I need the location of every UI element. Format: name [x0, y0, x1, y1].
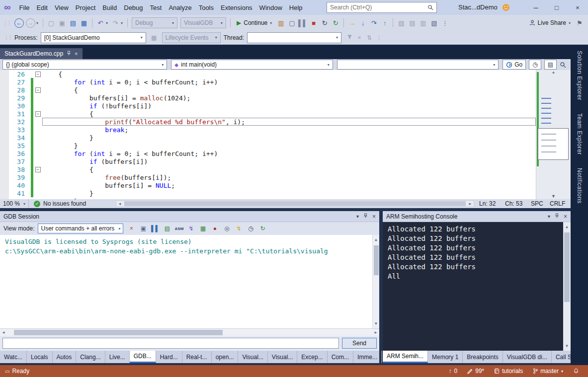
search-icon[interactable] [560, 62, 566, 68]
code-line[interactable]: 36 for (int i = 0; i < bufferCount; i++) [0, 150, 536, 157]
hot-reload-button[interactable]: ↻ [330, 18, 341, 28]
code-line[interactable]: 34 } [0, 134, 536, 142]
chip-icon[interactable]: ▦ [198, 224, 207, 233]
fold-margin[interactable] [33, 102, 42, 110]
go-button[interactable]: Go [503, 60, 526, 70]
pause-output-icon[interactable]: ▌▌ [151, 224, 160, 233]
vertical-scroll-thumb[interactable] [374, 245, 379, 275]
toolbar-overflow-icon[interactable]: ⋮ [374, 34, 384, 41]
scroll-down-icon[interactable]: ▼ [536, 194, 571, 199]
undo-button-caret[interactable]: ▾ [106, 21, 110, 25]
fold-margin[interactable] [33, 181, 42, 189]
editor-horizontal-scrollbar[interactable]: ◄ ► [116, 200, 474, 207]
fold-toggle-icon[interactable]: − [35, 167, 41, 172]
forward-button[interactable]: → [26, 18, 35, 28]
code-line[interactable]: 39 free(buffers[i]); [0, 173, 536, 181]
bottom-tab-2[interactable]: Locals [27, 351, 53, 363]
member-dropdown[interactable]: ▾ [337, 60, 499, 70]
copy-output-icon[interactable]: ▣ [139, 224, 148, 233]
gdb-horizontal-scrollbar[interactable]: ◄ ► [0, 328, 379, 336]
menu-item-build[interactable]: Build [99, 2, 120, 13]
window-position-icon[interactable]: ▾ [548, 214, 550, 219]
bottom-tab-10[interactable]: Visual... [238, 351, 267, 363]
code-line[interactable]: 26− { [0, 70, 536, 78]
code-editor[interactable]: 26− {27 for (int i = 0; i < bufferCount;… [0, 70, 536, 199]
menu-item-test[interactable]: Test [147, 2, 166, 13]
run-lightning-icon[interactable]: ↯ [186, 224, 195, 233]
fold-margin[interactable] [33, 78, 42, 86]
panel-tab-1[interactable]: ARM Semih... [383, 351, 428, 363]
search-input[interactable] [330, 4, 427, 11]
fold-margin[interactable]: − [33, 110, 42, 118]
console-vertical-scrollbar[interactable]: ▲ ▼ [563, 222, 571, 351]
background-tasks-icon[interactable]: ▭ [5, 369, 9, 374]
code-line[interactable]: 35 } [0, 142, 536, 150]
gdb-vertical-scrollbar[interactable]: ▲ ▼ [372, 235, 379, 328]
diagnostics-icon[interactable]: ▥ [275, 18, 286, 28]
breakpoints-window-icon[interactable]: ▨ [396, 18, 407, 28]
code-line[interactable]: 33 break; [0, 126, 536, 134]
new-file-button[interactable]: ▢ [46, 18, 57, 28]
solution-configurations-combo[interactable]: Debug▾ [132, 17, 177, 28]
breakpoint-margin[interactable] [0, 157, 9, 165]
pending-edits-indicator[interactable]: 99* [467, 368, 484, 375]
breakpoint-margin[interactable] [0, 173, 9, 181]
solution-platforms-combo[interactable]: VisualGDB▾ [180, 17, 226, 28]
stack-frame-nav-icon[interactable]: ⇅ [364, 34, 374, 41]
history-button[interactable]: ◷ [529, 60, 541, 70]
feedback-flag-icon[interactable]: ⚑ [574, 18, 585, 28]
redo-button[interactable]: ↷ [110, 18, 121, 28]
close-panel-icon[interactable]: × [564, 213, 567, 220]
restart-button[interactable]: ↻ [319, 18, 330, 28]
code-line[interactable]: 29 buffers[i] = malloc(1024); [0, 94, 536, 102]
quick-command-icon[interactable]: ↯ [234, 224, 243, 233]
repo-indicator[interactable]: tutorials [494, 368, 523, 375]
fold-toggle-icon[interactable]: − [35, 111, 41, 117]
bottom-tab-4[interactable]: Clang... [76, 351, 105, 363]
toolbar-overflow-icon[interactable]: ⋮ [439, 18, 450, 28]
breakpoint-margin[interactable] [0, 102, 9, 110]
scroll-up-icon[interactable]: ▲ [375, 235, 377, 244]
window-position-icon[interactable]: ▾ [356, 214, 359, 219]
vertical-scroll-thumb[interactable] [564, 232, 570, 302]
bottom-tab-12[interactable]: Excep... [297, 351, 327, 363]
breakpoint-margin[interactable] [0, 142, 9, 150]
scroll-right-icon[interactable]: ► [372, 330, 379, 335]
bottom-tab-8[interactable]: Real-t... [182, 351, 212, 363]
menu-item-extensions[interactable]: Extensions [217, 2, 256, 13]
bottom-tab-11[interactable]: Visual... [268, 351, 297, 363]
close-panel-icon[interactable]: × [372, 213, 376, 220]
menu-item-project[interactable]: Project [72, 2, 99, 13]
pin-icon[interactable] [67, 51, 71, 57]
step-out-button[interactable]: ↑ [379, 18, 390, 28]
horizontal-scroll-thumb[interactable] [14, 330, 223, 335]
code-line[interactable]: 37 if (buffers[i]) [0, 157, 536, 165]
document-tab[interactable]: StackGuardDemo.cpp × [0, 48, 83, 59]
fold-margin[interactable]: − [33, 70, 42, 78]
bottom-tab-6[interactable]: GDB... [130, 351, 156, 363]
process-combo[interactable]: [0] StackGuardDemo ▾ [41, 32, 146, 43]
branch-indicator[interactable]: master ▾ [533, 368, 563, 375]
menu-item-file[interactable]: File [16, 2, 33, 13]
code-line[interactable]: 28− { [0, 86, 536, 94]
breakpoint-margin[interactable] [0, 126, 9, 134]
code-line[interactable]: 41 } [0, 189, 536, 197]
live-share-button[interactable]: Live Share▾ [526, 17, 574, 28]
send-button[interactable]: Send [342, 338, 377, 349]
scroll-left-icon[interactable]: ◄ [0, 330, 7, 335]
toolbar-grip[interactable]: ⋮⋮ [4, 35, 12, 40]
code-line[interactable]: 38− { [0, 165, 536, 173]
gdb-panel-header[interactable]: GDB Session ▾ × [0, 211, 379, 222]
menu-item-edit[interactable]: Edit [33, 2, 51, 13]
step-into-button[interactable]: ↓ [357, 18, 368, 28]
fold-margin[interactable]: − [33, 86, 42, 94]
view-mode-combo[interactable]: User commands + all errors ▾ [38, 224, 123, 233]
pushes-indicator[interactable]: ↑ 0 [449, 368, 458, 375]
timing-icon[interactable]: ◷ [246, 224, 255, 233]
immediate-window-icon[interactable]: ▤ [407, 18, 418, 28]
split-editor-handle[interactable]: + [536, 70, 571, 76]
maximize-button[interactable]: □ [546, 0, 567, 15]
bomb-icon[interactable]: ● [210, 224, 219, 233]
breakpoint-margin[interactable] [0, 70, 9, 78]
pause-button[interactable]: ▌▌ [297, 18, 308, 28]
